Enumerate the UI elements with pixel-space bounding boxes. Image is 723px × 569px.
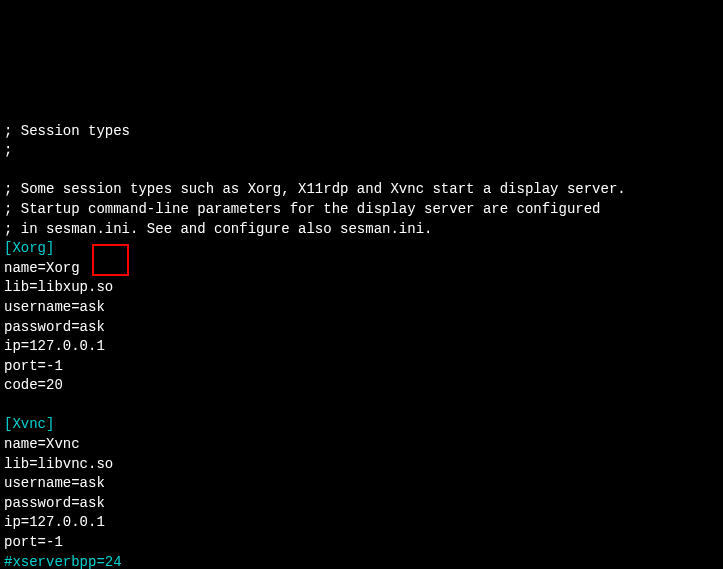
config-line: #xserverbpp=24 [4, 553, 719, 569]
config-line: username=ask [4, 298, 719, 318]
config-line: ; in sesman.ini. See and configure also … [4, 220, 719, 240]
config-line: lib=libxup.so [4, 278, 719, 298]
config-line [4, 161, 719, 181]
config-line: [Xorg] [4, 239, 719, 259]
config-line: password=ask [4, 494, 719, 514]
config-line: port=-1 [4, 533, 719, 553]
config-line: ; Some session types such as Xorg, X11rd… [4, 180, 719, 200]
config-line: lib=libvnc.so [4, 455, 719, 475]
config-line: port=-1 [4, 357, 719, 377]
config-line: password=ask [4, 318, 719, 338]
config-line: ; [4, 141, 719, 161]
config-line: ; Startup command-line parameters for th… [4, 200, 719, 220]
config-line: name=Xvnc [4, 435, 719, 455]
config-line: [Xvnc] [4, 415, 719, 435]
config-line: code=20 [4, 376, 719, 396]
config-line [4, 396, 719, 416]
terminal-content: ; Session types; ; Some session types su… [4, 82, 719, 569]
config-line: ; Session types [4, 122, 719, 142]
config-line: username=ask [4, 474, 719, 494]
config-line: ip=127.0.0.1 [4, 513, 719, 533]
config-line: name=Xorg [4, 259, 719, 279]
config-file-lines: ; Session types; ; Some session types su… [4, 122, 719, 569]
config-line: ip=127.0.0.1 [4, 337, 719, 357]
